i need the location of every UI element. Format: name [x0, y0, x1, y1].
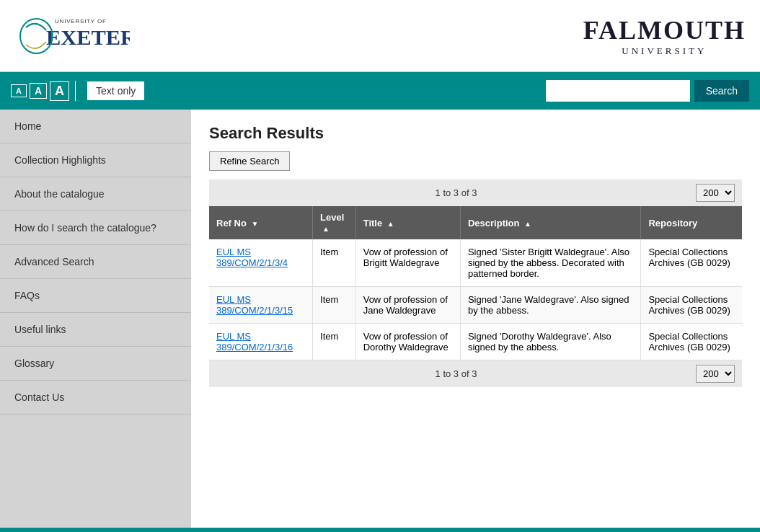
search-input[interactable] [546, 80, 690, 102]
font-large-button[interactable]: A [50, 81, 69, 101]
search-area: Search [546, 80, 749, 102]
svg-text:EXETER: EXETER [46, 25, 130, 50]
ref-sort-icon: ▼ [252, 220, 259, 228]
sidebar-item-how-to-search[interactable]: How do I search the catalogue? [0, 211, 191, 245]
cell-repository: Special Collections Archives (GB 0029) [641, 239, 742, 287]
sidebar-item-collection-highlights[interactable]: Collection Highlights [0, 143, 191, 177]
cell-level: Item [313, 239, 356, 287]
cell-description: Signed 'Sister Brigitt Waldegraue'. Also… [460, 239, 641, 287]
col-header-description[interactable]: Description ▲ [460, 206, 641, 239]
sidebar: Home Collection Highlights About the cat… [0, 110, 191, 528]
table-row: EUL MS 389/COM/2/1/3/16ItemVow of profes… [209, 324, 742, 360]
title-sort-icon: ▲ [387, 220, 394, 228]
font-small-button[interactable]: A [11, 84, 27, 97]
cell-ref: EUL MS 389/COM/2/1/3/4 [209, 239, 313, 287]
ref-link[interactable]: EUL MS 389/COM/2/1/3/15 [216, 294, 293, 316]
col-header-ref[interactable]: Ref No ▼ [209, 206, 313, 239]
cell-title: Vow of profession of Brigitt Waldegrave [355, 239, 460, 287]
font-controls: A A A Text only [11, 81, 144, 101]
sidebar-item-contact-us[interactable]: Contact Us [0, 381, 191, 414]
falmouth-title: FALMOUTH [583, 15, 746, 45]
cell-title: Vow of profession of Jane Waldegrave [355, 287, 460, 324]
sidebar-item-home[interactable]: Home [0, 110, 191, 143]
refine-search-button[interactable]: Refine Search [209, 151, 290, 171]
col-header-level[interactable]: Level ▲ [313, 206, 356, 239]
cell-repository: Special Collections Archives (GB 0029) [641, 324, 742, 360]
per-page-select-bottom[interactable]: 200 50 100 [696, 365, 735, 383]
cell-description: Signed 'Dorothy Waldegrave'. Also signed… [460, 324, 641, 360]
col-header-title[interactable]: Title ▲ [355, 206, 460, 239]
toolbar: A A A Text only Search [0, 72, 760, 110]
falmouth-logo: FALMOUTH UNIVERSITY [583, 15, 746, 57]
main-layout: Home Collection Highlights About the cat… [0, 110, 760, 528]
col-header-repository: Repository [641, 206, 742, 239]
table-row: EUL MS 389/COM/2/1/3/15ItemVow of profes… [209, 287, 742, 324]
results-tbody: EUL MS 389/COM/2/1/3/4ItemVow of profess… [209, 239, 742, 360]
exeter-logo: UNIVERSITY OF EXETER [14, 11, 130, 61]
svg-text:UNIVERSITY OF: UNIVERSITY OF [55, 18, 107, 25]
search-button[interactable]: Search [694, 80, 749, 102]
pagination-bar-top: 1 to 3 of 3 200 50 100 [209, 179, 742, 206]
text-only-button[interactable]: Text only [87, 81, 144, 100]
cell-title: Vow of profession of Dorothy Waldegrave [355, 324, 460, 360]
pagination-bar-bottom: 1 to 3 of 3 200 50 100 [209, 360, 742, 387]
cell-ref: EUL MS 389/COM/2/1/3/15 [209, 287, 313, 324]
cell-level: Item [313, 324, 356, 360]
table-header: Ref No ▼ Level ▲ Title ▲ Description ▲ [209, 206, 742, 239]
sidebar-item-about-catalogue[interactable]: About the catalogue [0, 177, 191, 211]
level-sort-icon: ▲ [322, 225, 330, 233]
cell-level: Item [313, 287, 356, 324]
sidebar-item-useful-links[interactable]: Useful links [0, 313, 191, 347]
font-medium-button[interactable]: A [30, 83, 47, 99]
page-title: Search Results [209, 124, 742, 143]
sidebar-item-faqs[interactable]: FAQs [0, 279, 191, 313]
cell-description: Signed 'Jane Waldegrave'. Also signed by… [460, 287, 641, 324]
pagination-text-top: 1 to 3 of 3 [216, 187, 696, 198]
desc-sort-icon: ▲ [524, 220, 531, 228]
ref-link[interactable]: EUL MS 389/COM/2/1/3/16 [216, 331, 293, 353]
sidebar-item-advanced-search[interactable]: Advanced Search [0, 245, 191, 279]
results-table: Ref No ▼ Level ▲ Title ▲ Description ▲ [209, 206, 742, 360]
pagination-text-bottom: 1 to 3 of 3 [216, 368, 696, 379]
header: UNIVERSITY OF EXETER FALMOUTH UNIVERSITY [0, 0, 760, 72]
per-page-select-top[interactable]: 200 50 100 [696, 184, 735, 202]
ref-link[interactable]: EUL MS 389/COM/2/1/3/4 [216, 247, 288, 268]
table-row: EUL MS 389/COM/2/1/3/4ItemVow of profess… [209, 239, 742, 287]
cell-repository: Special Collections Archives (GB 0029) [641, 287, 742, 324]
sidebar-item-glossary[interactable]: Glossary [0, 347, 191, 381]
cell-ref: EUL MS 389/COM/2/1/3/16 [209, 324, 313, 360]
content: Search Results Refine Search 1 to 3 of 3… [191, 110, 760, 528]
falmouth-subtitle: UNIVERSITY [583, 45, 746, 57]
footer: Quick links: Site Map Privacy Policy [0, 528, 760, 532]
